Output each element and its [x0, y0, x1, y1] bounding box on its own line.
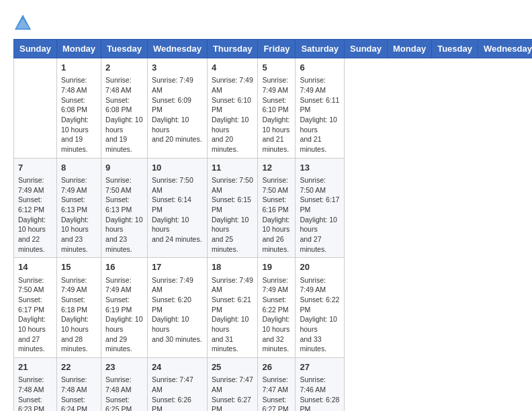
day-number: 24	[152, 361, 203, 373]
calendar-cell: 2Sunrise: 7:48 AMSunset: 6:08 PMDaylight…	[101, 58, 148, 158]
calendar-cell: 4Sunrise: 7:49 AMSunset: 6:10 PMDaylight…	[207, 58, 258, 158]
cell-content-line: Sunset: 6:28 PM	[300, 395, 340, 411]
day-number: 1	[61, 62, 97, 74]
cell-content-line: Sunset: 6:23 PM	[18, 395, 52, 411]
cell-content-line: Sunset: 6:25 PM	[105, 395, 143, 411]
calendar-week-4: 21Sunrise: 7:48 AMSunset: 6:23 PMDayligh…	[14, 358, 533, 411]
day-number: 16	[105, 261, 143, 273]
day-number: 8	[61, 162, 97, 174]
cell-content-line: Sunset: 6:27 PM	[212, 395, 254, 411]
calendar-cell: 12Sunrise: 7:50 AMSunset: 6:16 PMDayligh…	[258, 158, 296, 258]
cell-content-line: Sunset: 6:13 PM	[61, 195, 97, 214]
cell-content-line: Sunrise: 7:50 AM	[262, 175, 291, 195]
calendar-header-row: SundayMondayTuesdayWednesdayThursdayFrid…	[14, 40, 533, 58]
cell-content-line: Daylight: 10 hours	[18, 215, 52, 234]
calendar-cell: 27Sunrise: 7:46 AMSunset: 6:28 PMDayligh…	[296, 358, 345, 411]
cell-content-line: and 32 minutes.	[262, 334, 291, 354]
cell-content-line: Sunrise: 7:47 AM	[262, 375, 291, 394]
day-number: 6	[300, 62, 340, 74]
calendar-cell: 3Sunrise: 7:49 AMSunset: 6:09 PMDaylight…	[147, 58, 207, 158]
cell-content-line: Sunset: 6:17 PM	[18, 295, 52, 314]
calendar-cell: 26Sunrise: 7:47 AMSunset: 6:27 PMDayligh…	[258, 358, 296, 411]
calendar-cell: 5Sunrise: 7:49 AMSunset: 6:10 PMDaylight…	[258, 58, 296, 158]
cell-content-line: and 21 minutes.	[300, 134, 340, 154]
cell-content-line: Sunset: 6:22 PM	[300, 295, 340, 314]
cell-content-line: Sunrise: 7:47 AM	[152, 375, 203, 394]
calendar-cell: 24Sunrise: 7:47 AMSunset: 6:26 PMDayligh…	[147, 358, 207, 411]
day-number: 15	[61, 261, 97, 273]
cell-content-line: Sunset: 6:18 PM	[61, 295, 97, 314]
cell-content-line: Sunset: 6:17 PM	[300, 195, 340, 214]
day-number: 21	[18, 361, 52, 373]
header-saturday: Saturday	[296, 40, 345, 58]
day-number: 27	[300, 361, 340, 373]
cell-content-line: Sunset: 6:12 PM	[18, 195, 52, 214]
cell-content-line: Sunset: 6:21 PM	[212, 295, 254, 314]
cell-content-line: Daylight: 10 hours	[61, 215, 97, 234]
day-number: 22	[61, 361, 97, 373]
cell-content-line: Daylight: 10 hours	[212, 314, 254, 334]
cell-content-line: Sunset: 6:24 PM	[61, 395, 97, 411]
cell-content-line: and 23 minutes.	[61, 234, 97, 254]
cell-content-line: Sunrise: 7:49 AM	[105, 275, 143, 295]
calendar-cell: 1Sunrise: 7:48 AMSunset: 6:08 PMDaylight…	[56, 58, 101, 158]
cell-content-line: and 29 minutes.	[105, 334, 143, 354]
day-number: 17	[152, 261, 203, 273]
cell-content-line: Daylight: 10 hours	[105, 215, 143, 234]
cell-content-line: Sunrise: 7:48 AM	[61, 75, 97, 95]
cell-content-line: and 28 minutes.	[61, 334, 97, 354]
logo	[13, 13, 35, 32]
day-number: 9	[105, 162, 143, 174]
cell-content-line: Sunrise: 7:49 AM	[300, 275, 340, 295]
cell-content-line: and 24 minutes.	[152, 234, 203, 244]
cell-content-line: and 20 minutes.	[152, 134, 203, 144]
calendar-cell	[14, 58, 57, 158]
cell-content-line: Sunrise: 7:48 AM	[61, 375, 97, 394]
cell-content-line: Sunrise: 7:49 AM	[262, 275, 291, 295]
cell-content-line: Sunset: 6:14 PM	[152, 195, 203, 214]
day-number: 10	[152, 162, 203, 174]
day-number: 13	[300, 162, 340, 174]
cell-content-line: Sunrise: 7:48 AM	[18, 375, 52, 394]
cell-content-line: and 26 minutes.	[262, 234, 291, 254]
cell-content-line: Daylight: 10 hours	[300, 115, 340, 134]
cell-content-line: and 33 minutes.	[300, 334, 340, 354]
cell-content-line: Sunset: 6:10 PM	[262, 95, 291, 115]
cell-content-line: Sunrise: 7:48 AM	[105, 375, 143, 394]
cell-content-line: Sunrise: 7:50 AM	[18, 275, 52, 295]
day-number: 11	[212, 162, 254, 174]
calendar-cell: 19Sunrise: 7:49 AMSunset: 6:22 PMDayligh…	[258, 258, 296, 358]
cell-content-line: Sunset: 6:11 PM	[300, 95, 340, 115]
calendar-week-1: 1Sunrise: 7:48 AMSunset: 6:08 PMDaylight…	[14, 58, 533, 158]
col-header-wednesday: Wednesday	[478, 40, 532, 58]
cell-content-line: Sunrise: 7:49 AM	[18, 175, 52, 195]
calendar-cell: 10Sunrise: 7:50 AMSunset: 6:14 PMDayligh…	[147, 158, 207, 258]
cell-content-line: Daylight: 10 hours	[152, 314, 203, 334]
calendar-cell: 20Sunrise: 7:49 AMSunset: 6:22 PMDayligh…	[296, 258, 345, 358]
cell-content-line: and 25 minutes.	[212, 234, 254, 254]
cell-content-line: and 20 minutes.	[212, 134, 254, 154]
calendar-cell: 16Sunrise: 7:49 AMSunset: 6:19 PMDayligh…	[101, 258, 148, 358]
cell-content-line: Sunset: 6:20 PM	[152, 295, 203, 314]
cell-content-line: Sunrise: 7:48 AM	[105, 75, 143, 95]
calendar-cell: 17Sunrise: 7:49 AMSunset: 6:20 PMDayligh…	[147, 258, 207, 358]
header-thursday: Thursday	[207, 40, 258, 58]
header-monday: Monday	[56, 40, 101, 58]
cell-content-line: Sunset: 6:22 PM	[262, 295, 291, 314]
day-number: 14	[18, 261, 52, 273]
calendar-cell: 15Sunrise: 7:49 AMSunset: 6:18 PMDayligh…	[56, 258, 101, 358]
cell-content-line: and 19 minutes.	[105, 134, 143, 154]
col-header-tuesday: Tuesday	[432, 40, 478, 58]
cell-content-line: Sunset: 6:15 PM	[212, 195, 254, 214]
cell-content-line: and 21 minutes.	[262, 134, 291, 154]
cell-content-line: Daylight: 10 hours	[61, 115, 97, 134]
header-tuesday: Tuesday	[101, 40, 148, 58]
cell-content-line: Daylight: 10 hours	[300, 314, 340, 334]
day-number: 25	[212, 361, 254, 373]
header-wednesday: Wednesday	[147, 40, 207, 58]
calendar-cell: 14Sunrise: 7:50 AMSunset: 6:17 PMDayligh…	[14, 258, 57, 358]
day-number: 4	[212, 62, 254, 74]
cell-content-line: Daylight: 10 hours	[262, 115, 291, 134]
day-number: 18	[212, 261, 254, 273]
cell-content-line: Sunrise: 7:50 AM	[300, 175, 340, 195]
